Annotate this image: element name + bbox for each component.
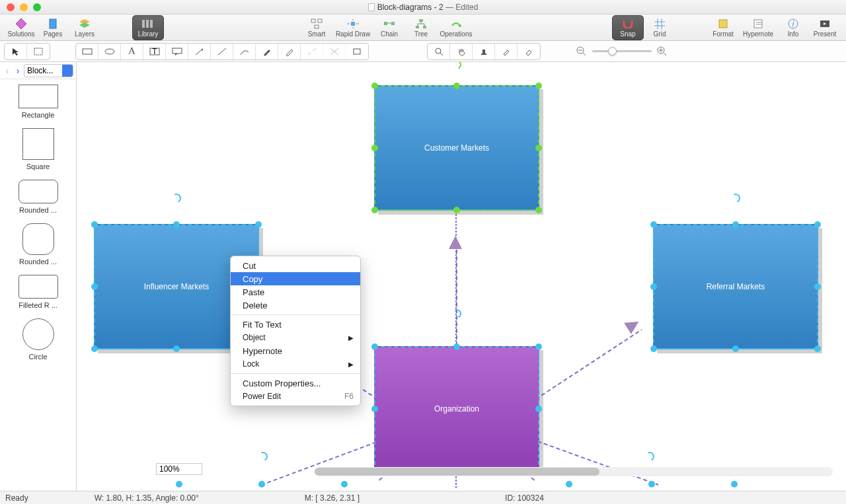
highlighter-tool[interactable]	[256, 44, 278, 59]
block-customer-markets[interactable]: Customer Markets	[374, 85, 539, 211]
present-button[interactable]: Present	[809, 15, 841, 40]
sidebar-forward[interactable]: ›	[13, 65, 22, 77]
svg-point-40	[436, 48, 441, 54]
block-label: Influencer Markets	[131, 282, 223, 291]
zoom-out-icon[interactable]	[576, 46, 587, 57]
library-button[interactable]: Library	[132, 15, 164, 40]
svg-rect-9	[315, 25, 319, 28]
svg-point-17	[459, 24, 461, 27]
main-toolbar: Solutions Pages Layers Library Smart Rap…	[0, 15, 846, 41]
status-mouse: M: [ 3.26, 2.31 ]	[305, 493, 360, 503]
shape-filleted-r-[interactable]: Filleted R ...	[0, 275, 76, 309]
info-button[interactable]: iInfo	[777, 15, 809, 40]
arrow-icon	[449, 236, 462, 249]
grid-button[interactable]: Grid	[644, 15, 675, 40]
crop-tool[interactable]	[346, 44, 368, 59]
shape-rectangle[interactable]: Rectangle	[0, 85, 76, 119]
curve-tool[interactable]	[233, 44, 256, 59]
ctx-delete[interactable]: Delete	[231, 299, 360, 312]
ctx-lock[interactable]: Lock▶	[231, 357, 360, 371]
layers-button[interactable]: Layers	[69, 15, 100, 40]
svg-rect-16	[423, 26, 426, 28]
smart-connector-tool[interactable]	[323, 44, 346, 59]
rect-tool[interactable]	[76, 44, 98, 59]
status-dimensions: W: 1.80, H: 1.35, Angle: 0.00°	[95, 493, 199, 503]
svg-rect-28	[83, 49, 92, 54]
horizontal-scrollbar[interactable]	[315, 467, 833, 476]
marquee-tool[interactable]	[27, 44, 50, 59]
block-organization[interactable]: Organization	[374, 346, 539, 472]
text-tool[interactable]: A	[121, 44, 143, 59]
hypernote-button[interactable]: Hypernote	[739, 15, 777, 40]
line-tool[interactable]	[211, 44, 233, 59]
ctx-power-edit[interactable]: Power EditF6	[231, 390, 360, 403]
zoom-tool[interactable]	[428, 44, 450, 59]
smart-button[interactable]: Smart	[301, 15, 332, 40]
zoom-in-icon[interactable]	[657, 46, 668, 57]
hand-tool[interactable]	[450, 44, 473, 59]
textbox-tool[interactable]: T	[143, 44, 166, 59]
svg-rect-4	[142, 20, 145, 28]
svg-rect-32	[173, 48, 182, 54]
canvas[interactable]: Customer Markets Influencer Markets Refe…	[77, 62, 846, 491]
tree-button[interactable]: Tree	[405, 15, 437, 40]
operations-button[interactable]: Operations	[437, 15, 475, 40]
snap-button[interactable]: Snap	[612, 15, 644, 40]
svg-rect-43	[482, 50, 485, 54]
pointer-tool[interactable]	[5, 44, 27, 59]
svg-rect-15	[416, 26, 419, 28]
zoom-slider[interactable]	[576, 46, 668, 57]
svg-line-51	[664, 53, 666, 55]
svg-marker-3	[79, 22, 90, 28]
ctx-custom-properties[interactable]: Custom Properties...	[231, 377, 360, 390]
connector-tool[interactable]	[301, 44, 323, 59]
stamp-tool[interactable]	[473, 44, 495, 59]
callout-tool[interactable]	[166, 44, 188, 59]
titlebar: Block-diagrams - 2 — Edited	[0, 0, 846, 15]
svg-marker-0	[16, 18, 26, 29]
solutions-button[interactable]: Solutions	[5, 15, 37, 40]
ctx-object[interactable]: Object▶	[231, 331, 360, 344]
shape-rounded-[interactable]: Rounded ...	[0, 180, 76, 214]
ctx-fit-to-text[interactable]: Fit To Text	[231, 318, 360, 331]
pencil-tool[interactable]	[278, 44, 301, 59]
ctx-copy[interactable]: Copy	[231, 272, 360, 285]
block-referral-markets[interactable]: Referral Markets	[653, 224, 818, 349]
svg-rect-11	[384, 22, 387, 25]
svg-text:T: T	[152, 47, 157, 56]
svg-line-55	[536, 330, 642, 399]
svg-rect-14	[419, 19, 423, 22]
zoom-select[interactable]: 100%	[156, 463, 202, 475]
sidebar-library-selector[interactable]: Block...⌃⌄	[24, 64, 73, 77]
sidebar-back[interactable]: ‹	[3, 65, 12, 77]
ctx-cut[interactable]: Cut	[231, 259, 360, 272]
eraser-tool[interactable]	[518, 44, 540, 59]
arrow-icon	[624, 316, 642, 334]
rapid-draw-button[interactable]: Rapid Draw	[332, 15, 373, 40]
statusbar: Ready W: 1.80, H: 1.35, Angle: 0.00° M: …	[0, 491, 846, 504]
ctx-hypernote[interactable]: Hypernote	[231, 344, 360, 357]
shape-square[interactable]: Square	[0, 128, 76, 170]
ellipse-tool[interactable]	[98, 44, 121, 59]
eyedropper-tool[interactable]	[495, 44, 518, 59]
format-button[interactable]: Format	[707, 15, 739, 40]
shape-toolbar: A T	[0, 41, 846, 62]
submenu-arrow-icon: ▶	[348, 361, 354, 368]
svg-line-41	[440, 53, 443, 55]
submenu-arrow-icon: ▶	[348, 334, 354, 342]
svg-marker-33	[175, 54, 178, 55]
arrow-tool[interactable]	[188, 44, 211, 59]
pages-button[interactable]: Pages	[37, 15, 69, 40]
svg-rect-18	[719, 20, 727, 28]
shape-rounded-[interactable]: Rounded ...	[0, 223, 76, 266]
svg-rect-10	[351, 22, 355, 26]
chain-button[interactable]: Chain	[373, 15, 405, 40]
svg-rect-19	[754, 20, 762, 28]
svg-rect-1	[50, 19, 56, 28]
svg-text:i: i	[792, 19, 794, 28]
shape-circle[interactable]: Circle	[0, 318, 76, 361]
svg-line-36	[218, 48, 226, 55]
ctx-paste[interactable]: Paste	[231, 285, 360, 299]
svg-rect-8	[318, 19, 322, 22]
svg-rect-42	[481, 54, 486, 55]
